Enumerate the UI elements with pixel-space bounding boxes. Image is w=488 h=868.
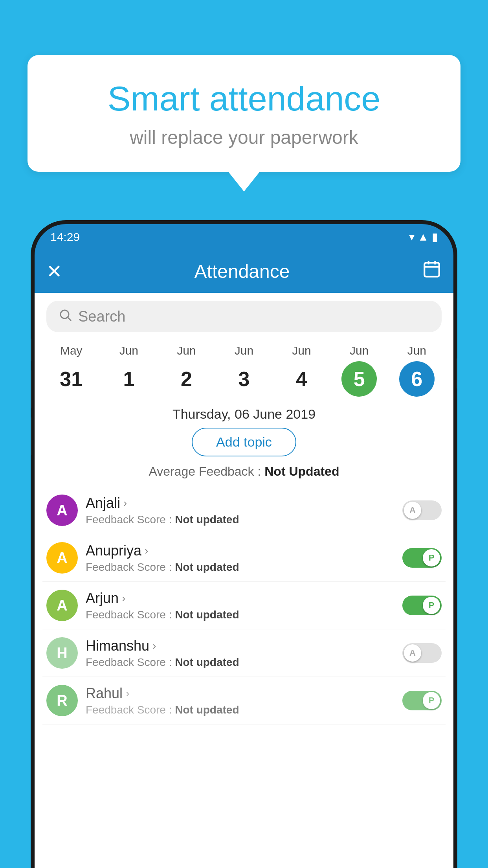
calendar-day[interactable]: Jun5 (341, 344, 377, 397)
student-item: AArjun ›Feedback Score : Not updatedP (42, 582, 446, 629)
student-info: Rahul ›Feedback Score : Not updated (86, 685, 394, 716)
student-info: Anupriya ›Feedback Score : Not updated (86, 542, 394, 574)
svg-line-5 (68, 317, 71, 320)
attendance-toggle[interactable]: P (402, 596, 442, 615)
feedback-value: Not updated (175, 561, 239, 573)
student-info: Anjali ›Feedback Score : Not updated (86, 495, 394, 526)
side-button-left-1 (31, 338, 31, 362)
avg-feedback: Average Feedback : Not Updated (35, 464, 453, 479)
avatar: R (46, 685, 78, 716)
chevron-icon: › (152, 640, 156, 652)
attendance-toggle[interactable]: A (402, 500, 442, 520)
signal-icon: ▲ (418, 231, 429, 243)
app-bar-title: Attendance (194, 261, 290, 282)
wifi-icon: ▾ (409, 230, 415, 243)
side-button-right (457, 358, 457, 389)
svg-point-4 (61, 310, 69, 318)
student-name-text: Anupriya (86, 542, 141, 559)
calendar-day[interactable]: May31 (53, 344, 89, 397)
calendar-day[interactable]: Jun3 (226, 344, 262, 397)
student-list: AAnjali ›Feedback Score : Not updatedAAA… (35, 487, 453, 725)
student-name-text: Arjun (86, 590, 119, 607)
battery-icon: ▮ (432, 230, 438, 243)
feedback-label: Feedback Score : (86, 704, 175, 716)
feedback-value: Not updated (175, 513, 239, 526)
chevron-icon: › (145, 544, 148, 557)
avatar: A (46, 590, 78, 621)
status-time: 14:29 (50, 230, 80, 244)
speech-bubble-container: Smart attendance will replace your paper… (28, 55, 460, 191)
svg-rect-0 (424, 263, 439, 276)
avg-feedback-label: Average Feedback : (149, 464, 265, 478)
student-name-text: Himanshu (86, 638, 149, 654)
chevron-icon: › (123, 497, 127, 509)
feedback-label: Feedback Score : (86, 656, 175, 668)
status-icons: ▾ ▲ ▮ (409, 230, 438, 243)
student-info: Himanshu ›Feedback Score : Not updated (86, 638, 394, 669)
speech-bubble-title: Smart attendance (59, 79, 429, 119)
app-bar: ✕ Attendance (35, 250, 453, 293)
avatar: A (46, 495, 78, 526)
search-placeholder: Search (78, 308, 125, 325)
phone-frame: 14:29 ▾ ▲ ▮ ✕ Attendance (31, 220, 457, 868)
status-bar: 14:29 ▾ ▲ ▮ (35, 224, 453, 250)
attendance-toggle[interactable]: P (402, 548, 442, 568)
calendar-strip: May31Jun1Jun2Jun3Jun4Jun5Jun6 (35, 340, 453, 397)
calendar-day[interactable]: Jun2 (169, 344, 204, 397)
search-bar[interactable]: Search (46, 301, 442, 332)
student-item: AAnjali ›Feedback Score : Not updatedA (42, 487, 446, 534)
calendar-day[interactable]: Jun6 (399, 344, 435, 397)
speech-bubble: Smart attendance will replace your paper… (28, 55, 460, 172)
feedback-value: Not updated (175, 656, 239, 668)
calendar-day[interactable]: Jun1 (111, 344, 147, 397)
calendar-day[interactable]: Jun4 (284, 344, 319, 397)
selected-date-label: Thursday, 06 June 2019 (35, 397, 453, 428)
student-item: RRahul ›Feedback Score : Not updatedP (42, 677, 446, 725)
phone-inner: 14:29 ▾ ▲ ▮ ✕ Attendance (35, 224, 453, 868)
screen-content: Search May31Jun1Jun2Jun3Jun4Jun5Jun6 Thu… (35, 293, 453, 868)
feedback-label: Feedback Score : (86, 513, 175, 526)
chevron-icon: › (126, 687, 129, 700)
avatar: H (46, 637, 78, 669)
speech-bubble-subtitle: will replace your paperwork (59, 127, 429, 148)
speech-bubble-arrow (228, 172, 260, 191)
feedback-label: Feedback Score : (86, 561, 175, 573)
search-icon (58, 308, 72, 326)
feedback-value: Not updated (175, 609, 239, 621)
avg-feedback-value: Not Updated (264, 464, 339, 478)
student-name-text: Anjali (86, 495, 120, 511)
feedback-value: Not updated (175, 704, 239, 716)
add-topic-button[interactable]: Add topic (192, 428, 296, 456)
avatar: A (46, 542, 78, 574)
calendar-icon[interactable] (422, 259, 442, 283)
attendance-toggle[interactable]: P (402, 691, 442, 710)
close-icon[interactable]: ✕ (46, 260, 62, 282)
student-name-text: Rahul (86, 685, 123, 702)
student-item: AAnupriya ›Feedback Score : Not updatedP (42, 534, 446, 582)
side-button-left-2 (31, 370, 31, 409)
attendance-toggle[interactable]: A (402, 643, 442, 663)
feedback-label: Feedback Score : (86, 609, 175, 621)
student-info: Arjun ›Feedback Score : Not updated (86, 590, 394, 621)
side-button-left-3 (31, 417, 31, 456)
chevron-icon: › (122, 592, 125, 605)
student-item: HHimanshu ›Feedback Score : Not updatedA (42, 629, 446, 677)
